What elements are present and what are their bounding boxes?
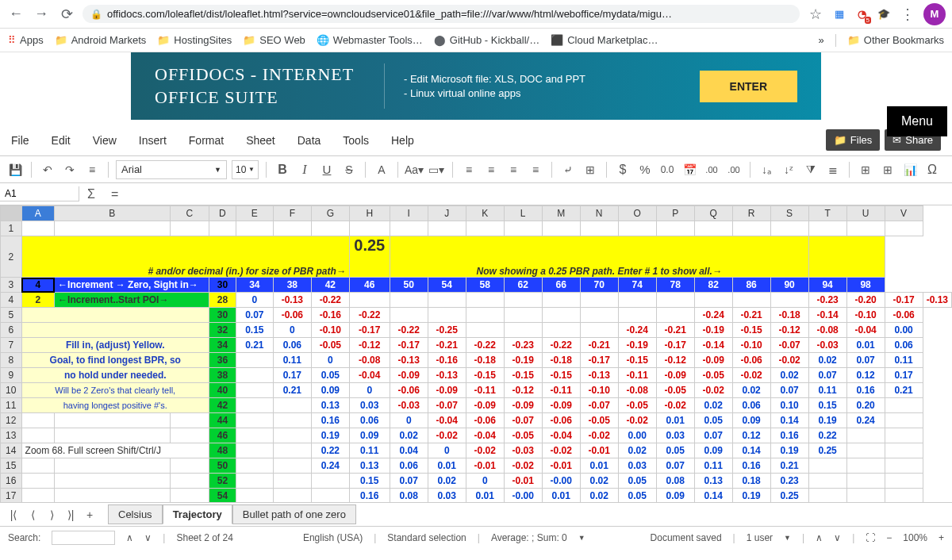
cell[interactable]: 0.10 (770, 398, 808, 413)
cell[interactable]: 0.07 (808, 368, 846, 383)
cell[interactable]: -0.21 (732, 308, 770, 323)
cell[interactable]: 0.11 (694, 458, 732, 474)
cell[interactable]: 0.00 (885, 323, 923, 338)
extension-icon-1[interactable]: ▦ (831, 6, 847, 22)
col-header[interactable]: P (656, 206, 694, 221)
cell[interactable] (466, 221, 504, 236)
cell[interactable] (21, 221, 55, 236)
row-header[interactable]: 7 (1, 338, 22, 353)
cell[interactable] (466, 293, 504, 308)
cell[interactable]: 0.24 (846, 413, 885, 428)
cell[interactable] (504, 308, 542, 323)
cell[interactable] (349, 221, 390, 236)
cell[interactable] (273, 489, 311, 503)
cell[interactable] (349, 293, 390, 308)
cell[interactable]: 0.01 (846, 338, 885, 353)
cell[interactable]: -0.02 (770, 353, 808, 368)
col-header[interactable]: C (170, 206, 209, 221)
cell[interactable]: -0.12 (770, 323, 808, 338)
cell[interactable]: 0.03 (618, 458, 656, 474)
menu-format[interactable]: Format (189, 134, 224, 147)
cell[interactable]: 34 (209, 338, 236, 353)
cell[interactable] (209, 221, 236, 236)
cell[interactable]: 0.06 (885, 338, 923, 353)
cell[interactable]: Zoom 68. Full screen Shift/Ctrl/J (21, 443, 209, 458)
row-header[interactable]: 8 (1, 353, 22, 368)
cell[interactable]: 0.03 (428, 489, 466, 503)
cell[interactable]: 42 (209, 398, 236, 413)
cell[interactable] (694, 221, 732, 236)
cell[interactable] (236, 221, 273, 236)
cell[interactable]: 0 (311, 353, 349, 368)
cell[interactable]: 58 (466, 278, 504, 293)
cell[interactable]: -0.23 (808, 293, 846, 308)
cell[interactable]: 0.00 (618, 428, 656, 443)
cell[interactable]: -0.18 (466, 353, 504, 368)
tab-first-icon[interactable]: |⟨ (5, 508, 22, 521)
cell[interactable]: 0.02 (694, 398, 732, 413)
cell[interactable] (885, 221, 923, 236)
cell[interactable]: 38 (273, 278, 311, 293)
bookmark-item[interactable]: 📁SEO Web (243, 34, 305, 46)
cell[interactable]: -0.06 (466, 413, 504, 428)
cell[interactable]: -0.18 (542, 353, 580, 368)
cell[interactable]: -0.09 (428, 383, 466, 398)
save-icon[interactable]: 💾 (6, 161, 24, 178)
cell[interactable]: -0.09 (466, 398, 504, 413)
cell[interactable]: 0.23 (770, 474, 808, 489)
row-header[interactable]: 1 (1, 221, 22, 236)
zoom-out-icon[interactable]: − (886, 532, 892, 543)
cell[interactable]: 0.09 (732, 413, 770, 428)
other-bookmarks[interactable]: 📁Other Bookmarks (847, 34, 944, 46)
cell[interactable]: -0.21 (580, 338, 618, 353)
cell[interactable] (170, 489, 209, 503)
row-header[interactable]: 9 (1, 368, 22, 383)
col-header[interactable]: G (311, 206, 349, 221)
cell[interactable]: -0.09 (390, 368, 428, 383)
cell[interactable]: -0.09 (694, 353, 732, 368)
zoom-in-icon[interactable]: + (939, 532, 944, 543)
cell[interactable]: Now showing a 0.25 PBR path. Enter # 1 t… (390, 236, 808, 278)
cell[interactable]: -0.13 (273, 293, 311, 308)
bookmark-item[interactable]: 📁HostingSites (157, 34, 232, 46)
row-header[interactable]: 13 (1, 428, 22, 443)
cell[interactable]: 50 (209, 458, 236, 474)
cell[interactable]: -0.02 (466, 443, 504, 458)
cell[interactable]: -0.08 (808, 323, 846, 338)
dec-decimal-icon[interactable]: .00 (725, 161, 743, 178)
cell[interactable]: -0.17 (885, 293, 923, 308)
col-header[interactable]: R (732, 206, 770, 221)
cell[interactable]: 0.07 (846, 353, 885, 368)
cell[interactable]: 46 (349, 278, 390, 293)
cell[interactable]: -0.15 (618, 353, 656, 368)
cell[interactable]: 0.16 (846, 383, 885, 398)
cell[interactable]: -0.05 (504, 428, 542, 443)
cell[interactable] (732, 293, 770, 308)
cell[interactable] (21, 413, 55, 428)
cell[interactable]: -0.04 (466, 428, 504, 443)
cell[interactable] (542, 221, 580, 236)
cell[interactable]: 0.19 (732, 489, 770, 503)
cell[interactable]: 0.09 (349, 428, 390, 443)
cell[interactable]: 0.15 (236, 323, 273, 338)
col-header[interactable]: T (808, 206, 846, 221)
cell[interactable]: 44 (209, 413, 236, 428)
cell[interactable]: 0.09 (311, 383, 349, 398)
cell[interactable]: 0.09 (656, 489, 694, 503)
cell[interactable] (885, 413, 923, 428)
cell[interactable]: 0 (273, 323, 311, 338)
cell[interactable]: -0.02 (618, 413, 656, 428)
row-header[interactable]: 4 (1, 293, 22, 308)
cell[interactable]: -0.02 (504, 458, 542, 474)
cell[interactable]: 0.13 (311, 398, 349, 413)
cell[interactable]: 52 (209, 474, 236, 489)
cell[interactable] (21, 458, 55, 474)
tab-last-icon[interactable]: ⟩| (62, 508, 79, 521)
cell[interactable]: -0.03 (808, 338, 846, 353)
cell[interactable]: 0.06 (349, 413, 390, 428)
back-button[interactable]: ← (6, 5, 25, 24)
cell[interactable]: -0.03 (504, 443, 542, 458)
cell[interactable]: -0.13 (428, 368, 466, 383)
cell[interactable]: -0.11 (542, 383, 580, 398)
cell[interactable]: -0.04 (542, 428, 580, 443)
